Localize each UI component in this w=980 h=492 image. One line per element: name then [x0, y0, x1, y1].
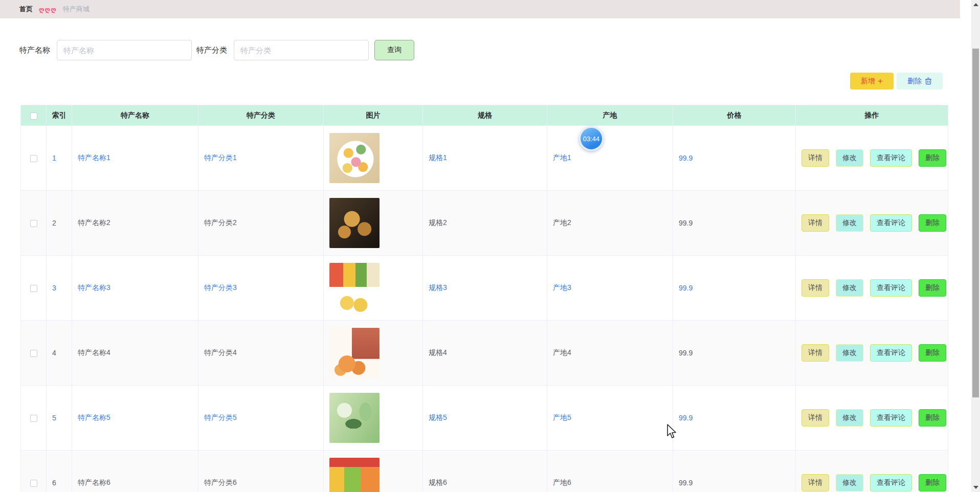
cell-spec: 规格2: [429, 218, 447, 227]
cell-category: 特产分类4: [204, 348, 237, 356]
delete-selected-label: 删除: [907, 77, 922, 86]
row-delete-button[interactable]: 删除: [919, 344, 946, 362]
detail-button[interactable]: 详情: [801, 149, 829, 167]
table-row: 1 特产名称1 特产分类1 规格1 产地1 99.9 详情 修改 查看评论 删除: [21, 126, 948, 191]
cell-category[interactable]: 特产分类3: [204, 283, 237, 292]
view-comments-button[interactable]: 查看评论: [870, 409, 912, 427]
breadcrumb-separator-hearts: ღღღ: [39, 6, 57, 13]
row-delete-button[interactable]: 删除: [919, 409, 946, 427]
product-category-label: 特产分类: [196, 46, 227, 55]
row-checkbox[interactable]: [30, 220, 37, 227]
cell-index[interactable]: 3: [52, 284, 56, 292]
cell-price[interactable]: 99.9: [679, 154, 693, 162]
detail-button[interactable]: 详情: [801, 344, 829, 362]
row-checkbox[interactable]: [30, 285, 37, 292]
breadcrumb: 首页 ღღღ 特产商城: [0, 0, 960, 18]
header-spec: 规格: [423, 105, 547, 126]
edit-button[interactable]: 修改: [836, 214, 863, 232]
row-delete-button[interactable]: 删除: [919, 279, 946, 297]
header-origin: 产地: [547, 105, 673, 126]
detail-button[interactable]: 详情: [801, 409, 829, 427]
select-all-checkbox[interactable]: [30, 113, 37, 120]
cell-spec[interactable]: 规格1: [429, 153, 447, 162]
header-category: 特产分类: [198, 105, 324, 126]
table-row: 4 特产名称4 特产分类4 规格4 产地4 99.9 详情 修改 查看评论 删除: [21, 321, 948, 386]
add-button[interactable]: 新增 +: [850, 73, 894, 90]
row-delete-button[interactable]: 删除: [919, 214, 946, 232]
cell-origin: 产地6: [553, 478, 571, 486]
cell-index[interactable]: 1: [52, 154, 56, 162]
edit-button[interactable]: 修改: [836, 344, 863, 362]
header-actions: 操作: [796, 105, 948, 126]
delete-selected-button[interactable]: 删除: [897, 73, 943, 90]
product-name-input[interactable]: [57, 40, 192, 60]
view-comments-button[interactable]: 查看评论: [870, 474, 912, 491]
product-image: [329, 198, 380, 248]
header-index: 索引: [47, 105, 72, 126]
cell-spec[interactable]: 规格5: [429, 413, 447, 421]
cell-name[interactable]: 特产名称3: [78, 283, 110, 292]
cell-origin: 产地4: [553, 348, 571, 356]
view-comments-button[interactable]: 查看评论: [870, 214, 912, 232]
detail-button[interactable]: 详情: [801, 279, 829, 297]
cell-index: 6: [52, 479, 56, 487]
cell-spec: 规格6: [429, 478, 447, 486]
table-body: 1 特产名称1 特产分类1 规格1 产地1 99.9 详情 修改 查看评论 删除…: [21, 126, 948, 492]
row-actions: 详情 修改 查看评论 删除: [801, 149, 948, 167]
cell-index[interactable]: 5: [52, 414, 56, 422]
row-actions: 详情 修改 查看评论 删除: [801, 474, 948, 491]
product-image: [329, 328, 380, 378]
cell-category[interactable]: 特产分类5: [204, 413, 237, 421]
cell-spec[interactable]: 规格3: [429, 283, 447, 292]
timer-badge[interactable]: 03:44: [579, 126, 604, 151]
search-form: 特产名称 特产分类 查询: [19, 40, 980, 60]
row-delete-button[interactable]: 删除: [919, 149, 946, 167]
products-table: 索引 特产名称 特产分类 图片 规格 产地 价格 操作 1 特产名称1 特产分类…: [20, 105, 948, 492]
table-header-row: 索引 特产名称 特产分类 图片 规格 产地 价格 操作: [21, 105, 948, 126]
cell-origin[interactable]: 产地1: [553, 153, 571, 162]
cell-origin: 产地2: [553, 218, 571, 227]
cell-price: 99.9: [679, 479, 693, 487]
edit-button[interactable]: 修改: [836, 149, 863, 167]
product-image: [329, 133, 380, 183]
view-comments-button[interactable]: 查看评论: [870, 279, 912, 297]
scrollbar-thumb[interactable]: [972, 49, 979, 397]
row-checkbox[interactable]: [30, 155, 37, 162]
scrollbar-up-arrow[interactable]: [973, 3, 978, 6]
scrollbar[interactable]: [971, 0, 980, 492]
cell-name[interactable]: 特产名称1: [78, 153, 110, 162]
table-row: 2 特产名称2 特产分类2 规格2 产地2 99.9 详情 修改 查看评论 删除: [21, 191, 948, 256]
header-image: 图片: [324, 105, 423, 126]
table-row: 3 特产名称3 特产分类3 规格3 产地3 99.9 详情 修改 查看评论 删除: [21, 256, 948, 321]
edit-button[interactable]: 修改: [836, 409, 863, 427]
cell-origin[interactable]: 产地3: [553, 283, 571, 292]
edit-button[interactable]: 修改: [836, 474, 863, 491]
row-checkbox[interactable]: [30, 415, 37, 422]
cell-price: 99.9: [679, 219, 693, 227]
detail-button[interactable]: 详情: [801, 214, 829, 232]
product-category-input[interactable]: [234, 40, 369, 60]
row-actions: 详情 修改 查看评论 删除: [801, 409, 948, 427]
cell-price[interactable]: 99.9: [679, 414, 693, 422]
edit-button[interactable]: 修改: [836, 279, 863, 297]
detail-button[interactable]: 详情: [801, 474, 829, 491]
cell-name[interactable]: 特产名称5: [78, 413, 110, 421]
breadcrumb-home[interactable]: 首页: [19, 5, 33, 14]
row-checkbox[interactable]: [30, 480, 37, 487]
row-checkbox[interactable]: [30, 350, 37, 357]
cell-category[interactable]: 特产分类1: [204, 153, 237, 162]
cell-category: 特产分类2: [204, 218, 237, 227]
table-row: 5 特产名称5 特产分类5 规格5 产地5 99.9 详情 修改 查看评论 删除: [21, 386, 948, 451]
cell-origin[interactable]: 产地5: [553, 413, 571, 421]
row-delete-button[interactable]: 删除: [919, 474, 946, 491]
header-price: 价格: [673, 105, 796, 126]
cell-index: 2: [52, 219, 56, 227]
cell-index: 4: [52, 349, 56, 357]
view-comments-button[interactable]: 查看评论: [870, 344, 912, 362]
cell-price: 99.9: [679, 349, 693, 357]
view-comments-button[interactable]: 查看评论: [870, 149, 912, 167]
query-button[interactable]: 查询: [374, 40, 414, 60]
product-image: [329, 263, 380, 313]
scrollbar-down-arrow[interactable]: [973, 486, 978, 489]
cell-price[interactable]: 99.9: [679, 284, 693, 292]
